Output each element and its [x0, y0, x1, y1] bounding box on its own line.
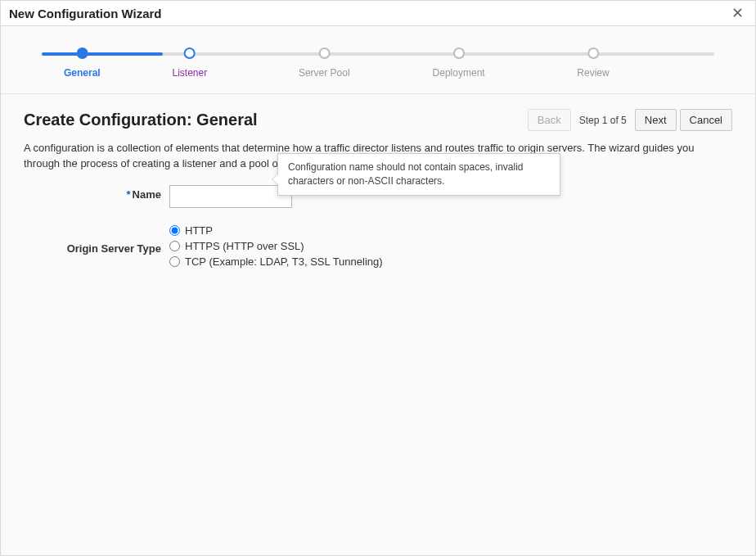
radio-tcp[interactable] [169, 256, 180, 267]
step-indicator: Step 1 of 5 [574, 115, 632, 126]
origin-option-http[interactable]: HTTP [169, 224, 383, 237]
origin-option-https[interactable]: HTTPS (HTTP over SSL) [169, 240, 383, 252]
step-track-fill [42, 52, 163, 56]
wizard-dialog: New Configuration Wizard ✕ General Liste… [0, 0, 756, 556]
radio-http[interactable] [169, 225, 180, 236]
name-tooltip: Configuration name should not contain sp… [277, 153, 560, 196]
wizard-content: Create Configuration: General Back Step … [1, 94, 755, 299]
wizard-steps: General Listener Server Pool Deployment … [1, 26, 755, 94]
next-button[interactable]: Next [635, 109, 677, 131]
radio-https[interactable] [169, 241, 180, 251]
back-button[interactable]: Back [528, 109, 571, 131]
origin-option-tcp[interactable]: TCP (Example: LDAP, T3, SSL Tunneling) [169, 255, 383, 268]
origin-type-group: HTTP HTTPS (HTTP over SSL) TCP (Example:… [169, 221, 383, 271]
step-listener[interactable]: Listener [172, 47, 207, 79]
name-label: *Name [24, 185, 169, 201]
config-form: *Name Origin Server Type HTTP HTTPS (HTT… [24, 185, 732, 271]
dialog-titlebar: New Configuration Wizard ✕ [1, 1, 755, 26]
cancel-button[interactable]: Cancel [680, 109, 732, 131]
required-indicator: * [127, 188, 131, 201]
close-icon[interactable]: ✕ [728, 6, 747, 20]
step-server-pool: Server Pool [299, 47, 350, 79]
name-input[interactable] [169, 185, 292, 208]
dialog-title: New Configuration Wizard [9, 7, 162, 20]
step-review: Review [577, 47, 609, 79]
origin-type-label: Origin Server Type [24, 221, 169, 255]
wizard-nav: Back Step 1 of 5 Next Cancel [528, 109, 732, 131]
page-title: Create Configuration: General [24, 111, 258, 129]
tooltip-text: Configuration name should not contain sp… [288, 161, 524, 187]
step-general[interactable]: General [64, 47, 101, 79]
step-deployment: Deployment [433, 47, 485, 79]
